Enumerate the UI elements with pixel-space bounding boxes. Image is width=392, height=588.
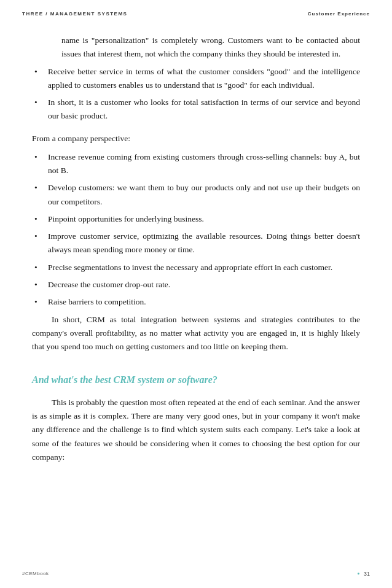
bullet-text: Decrease the customer drop-out rate. — [48, 278, 360, 292]
bullet-icon: • — [34, 150, 44, 164]
closing-paragraph: In short, CRM as total integration betwe… — [32, 313, 360, 354]
section-heading: And what's the best CRM system or softwa… — [32, 373, 360, 387]
list-item: • Decrease the customer drop-out rate. — [32, 278, 360, 292]
bullet-text: Pinpoint opportunities for underlying bu… — [48, 212, 360, 226]
page-bullet: • — [358, 570, 360, 577]
page: THREE / MANAGEMENT SYSTEMS Customer Expe… — [0, 0, 392, 588]
page-number: • 31 — [358, 570, 370, 577]
bullet-icon: • — [34, 295, 44, 309]
company-bullet-list: • Increase revenue coming from existing … — [32, 150, 360, 309]
list-item: • Increase revenue coming from existing … — [32, 150, 360, 178]
list-item: • Develop customers: we want them to buy… — [32, 181, 360, 209]
header-section: Customer Experience — [308, 11, 370, 17]
page-number-value: 31 — [364, 571, 370, 577]
indented-intro-text: name is "personalization" is completely … — [61, 34, 360, 61]
bullet-icon: • — [34, 261, 44, 274]
bullet-text: Raise barriers to competition. — [48, 295, 360, 309]
bullet-text: Increase revenue coming from existing cu… — [48, 150, 360, 178]
list-item: • Pinpoint opportunities for underlying … — [32, 212, 360, 226]
bullet-icon: • — [34, 230, 44, 243]
list-item: • In short, it is a customer who looks f… — [32, 96, 360, 123]
bullet-icon: • — [34, 96, 44, 109]
bullet-text: In short, it is a customer who looks for… — [48, 96, 360, 123]
indented-intro-block: name is "personalization" is completely … — [32, 34, 360, 61]
list-item: • Improve customer service, optimizing t… — [32, 230, 360, 257]
list-item: • Precise segmentations to invest the ne… — [32, 261, 360, 274]
bullet-text: Improve customer service, optimizing the… — [48, 230, 360, 257]
bullet-icon: • — [34, 181, 44, 195]
main-content: name is "personalization" is completely … — [0, 23, 392, 484]
bullet-icon: • — [34, 278, 44, 292]
customer-bullet-list: • Receive better service in terms of wha… — [32, 65, 360, 123]
page-footer: #CEMbook • 31 — [0, 570, 392, 577]
bullet-text: Precise segmentations to invest the nece… — [48, 261, 360, 274]
bullet-text: Develop customers: we want them to buy o… — [48, 181, 360, 209]
bullet-icon: • — [34, 212, 44, 226]
list-item: • Receive better service in terms of wha… — [32, 65, 360, 93]
company-intro: From a company perspective: — [32, 132, 360, 145]
bullet-text: Receive better service in terms of what … — [48, 65, 360, 93]
footer-hashtag: #CEMbook — [22, 571, 49, 576]
list-item: • Raise barriers to competition. — [32, 295, 360, 309]
header-chapter: THREE / MANAGEMENT SYSTEMS — [22, 11, 127, 17]
final-paragraph: This is probably the question most often… — [32, 396, 360, 464]
page-header: THREE / MANAGEMENT SYSTEMS Customer Expe… — [0, 0, 392, 23]
bullet-icon: • — [34, 65, 44, 79]
